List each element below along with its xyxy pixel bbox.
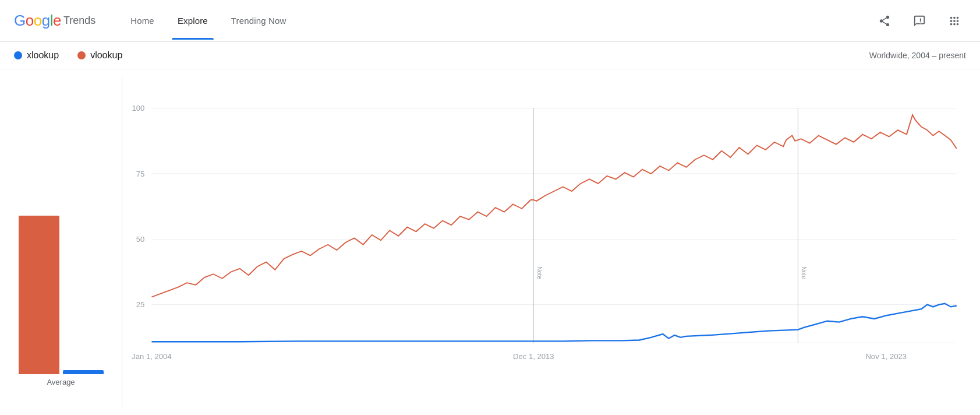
main-nav: Home Explore Trending Now: [119, 2, 873, 40]
nav-explore[interactable]: Explore: [166, 2, 220, 40]
vlookup-label: vlookup: [90, 50, 122, 61]
logo: Google Trends: [14, 12, 95, 30]
xlookup-line: [151, 304, 956, 342]
svg-text:75: 75: [136, 170, 145, 178]
average-bars-section: Average: [0, 75, 122, 407]
feedback-button[interactable]: [908, 9, 931, 33]
bars-wrapper: [19, 118, 104, 374]
svg-text:25: 25: [136, 301, 145, 309]
svg-text:Dec 1, 2013: Dec 1, 2013: [513, 353, 554, 361]
line-chart-section: 100 75 50 25 Note Note Jan 1, 2004 Dec 1…: [122, 75, 980, 407]
logo-trends-text: Trends: [63, 15, 95, 27]
legend-xlookup: xlookup: [14, 50, 59, 61]
svg-text:50: 50: [136, 235, 145, 243]
xlookup-dot: [14, 51, 22, 59]
share-button[interactable]: [873, 9, 896, 33]
vlookup-avg-bar: [19, 216, 59, 374]
legend-items: xlookup vlookup: [14, 50, 122, 61]
chart-svg: 100 75 50 25 Note Note Jan 1, 2004 Dec 1…: [122, 81, 968, 386]
svg-text:Note: Note: [801, 266, 808, 279]
legend-context: Worldwide, 2004 – present: [869, 51, 966, 60]
vlookup-line: [151, 115, 956, 297]
legend-bar: xlookup vlookup Worldwide, 2004 – presen…: [0, 42, 980, 69]
xlookup-label: xlookup: [27, 50, 59, 61]
svg-text:Note: Note: [536, 266, 543, 279]
app-header: Google Trends Home Explore Trending Now: [0, 0, 980, 42]
chart-container: Average 100 75 50 25 Note Note: [0, 69, 980, 413]
svg-text:Nov 1, 2023: Nov 1, 2023: [865, 353, 907, 361]
nav-home[interactable]: Home: [119, 2, 166, 40]
svg-text:Jan 1, 2004: Jan 1, 2004: [132, 353, 171, 361]
apps-button[interactable]: [943, 9, 966, 33]
xlookup-avg-bar: [63, 370, 104, 374]
legend-vlookup: vlookup: [77, 50, 122, 61]
logo-google-text: Google: [14, 12, 61, 30]
svg-text:100: 100: [132, 105, 144, 112]
average-label: Average: [47, 378, 75, 386]
nav-trending-now[interactable]: Trending Now: [220, 2, 298, 40]
header-actions: [873, 9, 966, 33]
vlookup-dot: [77, 51, 86, 59]
